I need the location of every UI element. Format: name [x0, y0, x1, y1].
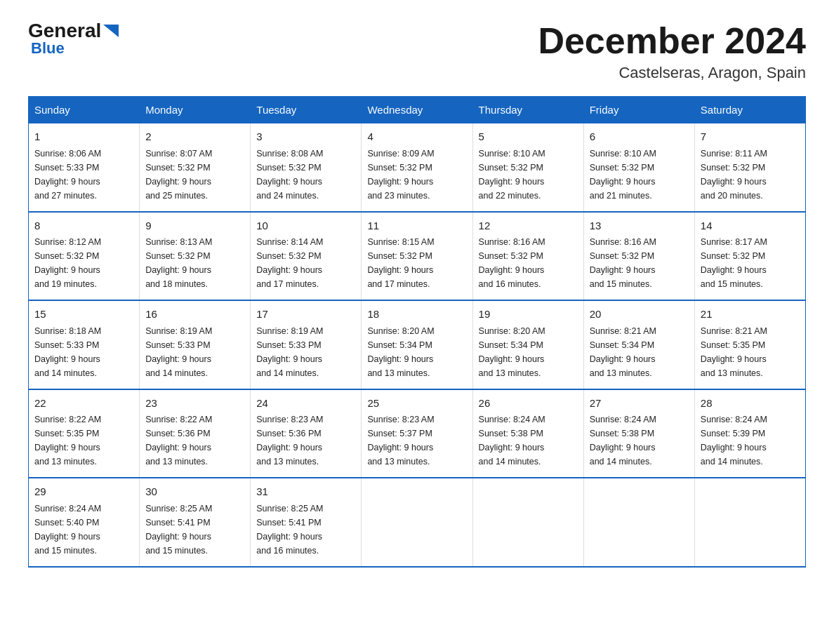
- day-number: 11: [367, 218, 466, 234]
- svg-marker-0: [103, 25, 119, 37]
- day-info: Sunrise: 8:11 AMSunset: 5:32 PMDaylight:…: [701, 147, 800, 203]
- calendar-week-row: 15Sunrise: 8:18 AMSunset: 5:33 PMDayligh…: [29, 300, 806, 389]
- day-info: Sunrise: 8:25 AMSunset: 5:41 PMDaylight:…: [256, 502, 355, 558]
- day-number: 9: [145, 218, 244, 234]
- day-number: 4: [367, 129, 466, 145]
- header-tuesday: Tuesday: [251, 97, 362, 123]
- calendar-cell: 16Sunrise: 8:19 AMSunset: 5:33 PMDayligh…: [140, 300, 251, 389]
- day-info: Sunrise: 8:10 AMSunset: 5:32 PMDaylight:…: [479, 147, 578, 203]
- day-number: 30: [145, 484, 244, 500]
- day-info: Sunrise: 8:15 AMSunset: 5:32 PMDaylight:…: [367, 235, 466, 291]
- calendar-subtitle: Castelseras, Aragon, Spain: [538, 64, 806, 82]
- logo: General Blue: [28, 21, 119, 56]
- calendar-cell: 14Sunrise: 8:17 AMSunset: 5:32 PMDayligh…: [694, 212, 805, 301]
- day-number: 20: [590, 307, 689, 323]
- day-number: 17: [256, 307, 355, 323]
- day-info: Sunrise: 8:16 AMSunset: 5:32 PMDaylight:…: [590, 235, 689, 291]
- calendar-cell: 26Sunrise: 8:24 AMSunset: 5:38 PMDayligh…: [472, 389, 583, 478]
- day-info: Sunrise: 8:19 AMSunset: 5:33 PMDaylight:…: [145, 324, 244, 380]
- day-info: Sunrise: 8:24 AMSunset: 5:39 PMDaylight:…: [701, 412, 800, 469]
- day-number: 22: [34, 396, 133, 412]
- calendar-title-block: December 2024 Castelseras, Aragon, Spain: [538, 21, 806, 82]
- header-saturday: Saturday: [694, 97, 805, 123]
- day-number: 1: [34, 129, 133, 145]
- calendar-cell: 21Sunrise: 8:21 AMSunset: 5:35 PMDayligh…: [694, 300, 805, 389]
- calendar-cell: 3Sunrise: 8:08 AMSunset: 5:32 PMDaylight…: [251, 123, 362, 212]
- header-monday: Monday: [140, 97, 251, 123]
- day-number: 18: [367, 307, 466, 323]
- day-info: Sunrise: 8:19 AMSunset: 5:33 PMDaylight:…: [256, 324, 355, 380]
- day-number: 7: [701, 129, 800, 145]
- day-number: 27: [590, 396, 689, 412]
- day-info: Sunrise: 8:07 AMSunset: 5:32 PMDaylight:…: [145, 147, 244, 203]
- day-number: 21: [701, 307, 800, 323]
- day-info: Sunrise: 8:12 AMSunset: 5:32 PMDaylight:…: [34, 235, 133, 291]
- day-number: 10: [256, 218, 355, 234]
- calendar-cell: 20Sunrise: 8:21 AMSunset: 5:34 PMDayligh…: [583, 300, 694, 389]
- day-number: 24: [256, 396, 355, 412]
- calendar-cell: 27Sunrise: 8:24 AMSunset: 5:38 PMDayligh…: [583, 389, 694, 478]
- calendar-cell: 4Sunrise: 8:09 AMSunset: 5:32 PMDaylight…: [362, 123, 472, 212]
- day-info: Sunrise: 8:08 AMSunset: 5:32 PMDaylight:…: [256, 147, 355, 203]
- calendar-cell: 12Sunrise: 8:16 AMSunset: 5:32 PMDayligh…: [472, 212, 583, 301]
- day-number: 31: [256, 484, 355, 500]
- day-number: 15: [34, 307, 133, 323]
- day-number: 5: [479, 129, 578, 145]
- day-number: 16: [145, 307, 244, 323]
- logo-blue-text: Blue: [31, 41, 65, 56]
- day-number: 19: [479, 307, 578, 323]
- calendar-week-row: 22Sunrise: 8:22 AMSunset: 5:35 PMDayligh…: [29, 389, 806, 478]
- calendar-week-row: 1Sunrise: 8:06 AMSunset: 5:33 PMDaylight…: [29, 123, 806, 212]
- day-info: Sunrise: 8:22 AMSunset: 5:35 PMDaylight:…: [34, 412, 133, 469]
- day-number: 2: [145, 129, 244, 145]
- day-info: Sunrise: 8:18 AMSunset: 5:33 PMDaylight:…: [34, 324, 133, 380]
- calendar-cell: 19Sunrise: 8:20 AMSunset: 5:34 PMDayligh…: [472, 300, 583, 389]
- calendar-cell: 15Sunrise: 8:18 AMSunset: 5:33 PMDayligh…: [29, 300, 140, 389]
- logo-general-text: General: [28, 21, 101, 41]
- calendar-cell: 24Sunrise: 8:23 AMSunset: 5:36 PMDayligh…: [251, 389, 362, 478]
- calendar-cell: 2Sunrise: 8:07 AMSunset: 5:32 PMDaylight…: [140, 123, 251, 212]
- calendar-cell: 28Sunrise: 8:24 AMSunset: 5:39 PMDayligh…: [694, 389, 805, 478]
- day-info: Sunrise: 8:21 AMSunset: 5:34 PMDaylight:…: [590, 324, 689, 380]
- day-number: 14: [701, 218, 800, 234]
- calendar-title: December 2024: [538, 21, 806, 61]
- day-number: 6: [590, 129, 689, 145]
- day-number: 3: [256, 129, 355, 145]
- day-number: 26: [479, 396, 578, 412]
- calendar-cell: [362, 478, 472, 567]
- calendar-cell: 25Sunrise: 8:23 AMSunset: 5:37 PMDayligh…: [362, 389, 472, 478]
- day-info: Sunrise: 8:09 AMSunset: 5:32 PMDaylight:…: [367, 147, 466, 203]
- day-info: Sunrise: 8:06 AMSunset: 5:33 PMDaylight:…: [34, 147, 133, 203]
- day-info: Sunrise: 8:20 AMSunset: 5:34 PMDaylight:…: [479, 324, 578, 380]
- day-info: Sunrise: 8:10 AMSunset: 5:32 PMDaylight:…: [590, 147, 689, 203]
- day-info: Sunrise: 8:14 AMSunset: 5:32 PMDaylight:…: [256, 235, 355, 291]
- day-info: Sunrise: 8:17 AMSunset: 5:32 PMDaylight:…: [701, 235, 800, 291]
- page-header: General Blue December 2024 Castelseras, …: [28, 21, 806, 82]
- calendar-header-row: SundayMondayTuesdayWednesdayThursdayFrid…: [29, 97, 806, 123]
- header-friday: Friday: [583, 97, 694, 123]
- calendar-table: SundayMondayTuesdayWednesdayThursdayFrid…: [28, 96, 806, 568]
- calendar-cell: 17Sunrise: 8:19 AMSunset: 5:33 PMDayligh…: [251, 300, 362, 389]
- day-info: Sunrise: 8:23 AMSunset: 5:37 PMDaylight:…: [367, 412, 466, 469]
- day-info: Sunrise: 8:24 AMSunset: 5:40 PMDaylight:…: [34, 502, 133, 558]
- day-number: 12: [479, 218, 578, 234]
- day-number: 28: [701, 396, 800, 412]
- day-info: Sunrise: 8:21 AMSunset: 5:35 PMDaylight:…: [701, 324, 800, 380]
- calendar-cell: 31Sunrise: 8:25 AMSunset: 5:41 PMDayligh…: [251, 478, 362, 567]
- calendar-week-row: 29Sunrise: 8:24 AMSunset: 5:40 PMDayligh…: [29, 478, 806, 567]
- header-wednesday: Wednesday: [362, 97, 472, 123]
- day-info: Sunrise: 8:23 AMSunset: 5:36 PMDaylight:…: [256, 412, 355, 469]
- day-info: Sunrise: 8:24 AMSunset: 5:38 PMDaylight:…: [479, 412, 578, 469]
- calendar-cell: 23Sunrise: 8:22 AMSunset: 5:36 PMDayligh…: [140, 389, 251, 478]
- header-thursday: Thursday: [472, 97, 583, 123]
- day-info: Sunrise: 8:20 AMSunset: 5:34 PMDaylight:…: [367, 324, 466, 380]
- header-sunday: Sunday: [29, 97, 140, 123]
- logo-triangle-icon: [103, 25, 119, 39]
- calendar-cell: 7Sunrise: 8:11 AMSunset: 5:32 PMDaylight…: [694, 123, 805, 212]
- day-info: Sunrise: 8:25 AMSunset: 5:41 PMDaylight:…: [145, 502, 244, 558]
- day-number: 25: [367, 396, 466, 412]
- calendar-cell: 9Sunrise: 8:13 AMSunset: 5:32 PMDaylight…: [140, 212, 251, 301]
- calendar-cell: 13Sunrise: 8:16 AMSunset: 5:32 PMDayligh…: [583, 212, 694, 301]
- calendar-cell: 5Sunrise: 8:10 AMSunset: 5:32 PMDaylight…: [472, 123, 583, 212]
- calendar-cell: 1Sunrise: 8:06 AMSunset: 5:33 PMDaylight…: [29, 123, 140, 212]
